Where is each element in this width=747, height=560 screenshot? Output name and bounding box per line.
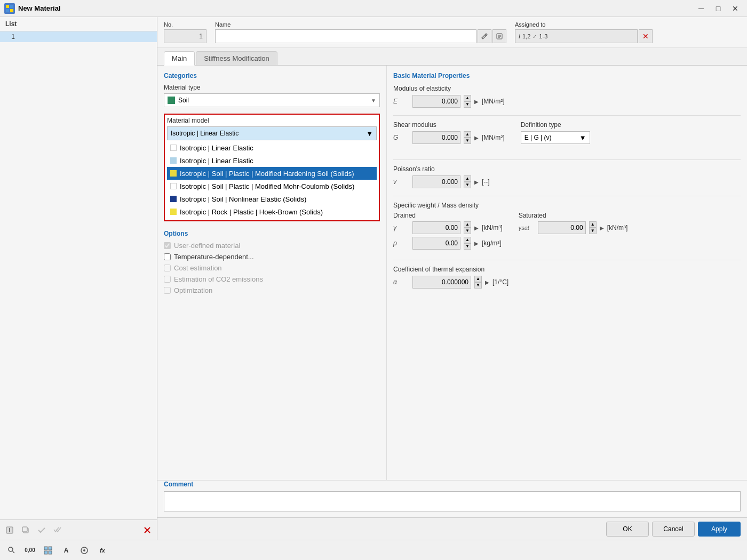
g-up-button[interactable]: ▲	[464, 131, 471, 138]
check-button[interactable]	[34, 523, 49, 538]
list-header: List	[0, 17, 157, 31]
name-input[interactable]	[215, 29, 476, 43]
co2-estimation-checkbox[interactable]	[164, 276, 171, 283]
name-edit-button[interactable]	[478, 29, 491, 43]
alpha-up-button[interactable]: ▲	[474, 276, 482, 282]
svg-rect-18	[49, 547, 52, 550]
apply-button[interactable]: Apply	[698, 522, 741, 537]
rho-arrow-icon[interactable]: ▶	[474, 241, 479, 246]
alpha-arrow-icon[interactable]: ▶	[485, 279, 489, 285]
v-input[interactable]	[412, 175, 460, 188]
material-type-dropdown[interactable]: Soil ▼	[164, 93, 380, 107]
grid-toolbar-button[interactable]	[41, 543, 55, 558]
comment-section: Comment	[157, 480, 747, 517]
g-spinner: ▲ ▼	[464, 131, 471, 144]
tab-stiffness[interactable]: Stiffness Modification	[196, 51, 277, 65]
assigned-clear-button[interactable]: ✕	[639, 29, 653, 43]
list-item[interactable]: 1	[0, 31, 157, 42]
ysat-up-button[interactable]: ▲	[589, 221, 597, 228]
assigned-range: 1-3	[539, 33, 547, 39]
rho-label: ρ	[393, 239, 409, 247]
gamma-up-button[interactable]: ▲	[464, 221, 471, 228]
alpha-input[interactable]	[412, 276, 471, 289]
cost-estimation-checkbox[interactable]	[164, 265, 171, 271]
user-defined-checkbox[interactable]	[164, 242, 171, 249]
filter-toolbar-button[interactable]	[77, 543, 92, 558]
comment-input[interactable]	[164, 491, 741, 511]
option-co2-estimation: Estimation of CO2 emissions	[164, 275, 380, 283]
material-model-dropdown[interactable]: Isotropic | Linear Elastic ▼	[167, 126, 377, 140]
assigned-label: Assigned to	[515, 21, 653, 28]
ok-button[interactable]: OK	[606, 522, 649, 537]
rho-unit: [kg/m³]	[482, 239, 502, 247]
modulus-title: Modulus of elasticity	[393, 85, 741, 92]
no-input[interactable]	[164, 29, 206, 43]
model-color-indicator	[170, 170, 177, 177]
gamma-down-button[interactable]: ▼	[464, 228, 471, 234]
model-item-iso-linear1[interactable]: Isotropic | Linear Elastic	[167, 141, 377, 154]
svg-rect-0	[6, 5, 9, 8]
rho-down-button[interactable]: ▼	[464, 243, 471, 250]
rho-up-button[interactable]: ▲	[464, 237, 471, 243]
optimization-label: Optimization	[174, 286, 212, 294]
model-color-indicator	[170, 157, 177, 164]
svg-line-16	[13, 551, 15, 553]
delete-button[interactable]	[140, 523, 155, 538]
thermal-section: Coefficient of thermal expansion α ▲ ▼ ▶…	[393, 266, 741, 289]
rho-input[interactable]	[412, 237, 460, 250]
gamma-arrow-icon[interactable]: ▶	[474, 225, 479, 231]
v-arrow-icon[interactable]: ▶	[474, 179, 479, 185]
shear-def-row: Shear modulus G ▲ ▼ ▶ [MN/m²]	[393, 121, 741, 154]
alpha-down-button[interactable]: ▼	[474, 282, 482, 289]
name-label: Name	[215, 21, 506, 28]
no-label: No.	[164, 21, 206, 28]
g-arrow-icon[interactable]: ▶	[474, 135, 479, 141]
tab-main[interactable]: Main	[164, 51, 195, 66]
maximize-button[interactable]: □	[711, 1, 726, 16]
v-down-button[interactable]: ▼	[464, 182, 471, 188]
model-item-iso-rock-hb[interactable]: Isotropic | Rock | Plastic | Hoek-Brown …	[167, 205, 377, 218]
name-book-button[interactable]	[492, 29, 506, 43]
close-button[interactable]: ✕	[728, 1, 743, 16]
duplicate-button[interactable]	[18, 523, 33, 538]
minimize-button[interactable]: ─	[694, 1, 709, 16]
search-toolbar-button[interactable]	[4, 543, 19, 558]
poisson-row: v ▲ ▼ ▶ [--]	[393, 175, 741, 188]
g-input[interactable]	[412, 131, 460, 144]
e-arrow-icon[interactable]: ▶	[474, 99, 479, 105]
e-down-button[interactable]: ▼	[464, 101, 471, 108]
check-all-button[interactable]	[50, 523, 65, 538]
ysat-input[interactable]	[538, 221, 586, 234]
option-cost-estimation: Cost estimation	[164, 264, 380, 272]
temp-dependent-checkbox[interactable]	[164, 253, 171, 260]
drained-col: Drained γ ▲ ▼ ▶ [kN/m³]	[393, 212, 503, 252]
app-icon	[4, 3, 15, 14]
text-toolbar-button[interactable]: A	[59, 543, 74, 558]
def-type-dropdown[interactable]: E | G | (v) ▼	[521, 131, 590, 144]
model-item-iso-soil-ne[interactable]: Isotropic | Soil | Nonlinear Elastic (So…	[167, 193, 377, 205]
poisson-section: Poisson's ratio v ▲ ▼ ▶ [--]	[393, 165, 741, 188]
model-item-iso-linear2[interactable]: Isotropic | Linear Elastic	[167, 154, 377, 167]
left-panel: List 1	[0, 17, 157, 540]
e-input[interactable]	[412, 95, 460, 108]
user-defined-label: User-defined material	[174, 242, 240, 250]
optimization-checkbox[interactable]	[164, 287, 171, 294]
material-model-label: Material model	[167, 117, 377, 124]
add-button[interactable]	[2, 523, 17, 538]
v-up-button[interactable]: ▲	[464, 175, 471, 182]
ysat-arrow-icon[interactable]: ▶	[600, 225, 604, 231]
formula-toolbar-button[interactable]: fx	[95, 543, 110, 558]
g-down-button[interactable]: ▼	[464, 138, 471, 144]
svg-rect-19	[44, 551, 47, 554]
def-type-arrow-icon: ▼	[579, 134, 586, 142]
cancel-button[interactable]: Cancel	[652, 522, 695, 537]
svg-rect-2	[6, 9, 9, 12]
gamma-input[interactable]	[412, 221, 460, 234]
ysat-down-button[interactable]: ▼	[589, 228, 597, 234]
model-item-iso-soil-mmc[interactable]: Isotropic | Soil | Plastic | Modified Mo…	[167, 180, 377, 193]
material-model-section: Material model Isotropic | Linear Elasti…	[164, 114, 380, 221]
e-up-button[interactable]: ▲	[464, 95, 471, 101]
number-toolbar-button[interactable]: 0,00	[22, 543, 37, 558]
model-item-label: Isotropic | Rock | Plastic | Hoek-Brown …	[180, 208, 323, 216]
model-item-iso-soil-mhs[interactable]: Isotropic | Soil | Plastic | Modified Ha…	[167, 167, 377, 180]
